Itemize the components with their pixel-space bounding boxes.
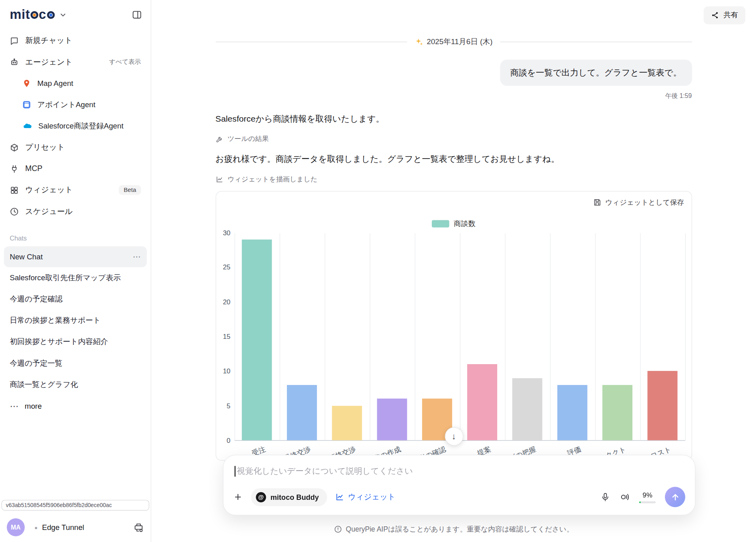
gridline (550, 233, 550, 440)
widget-label: ウィジェット (25, 185, 73, 195)
chat-list-item[interactable]: 初回挨拶とサポート内容紹介 (4, 332, 147, 353)
widget-drawn-toggle[interactable]: ウィジェットを描画しました (215, 175, 317, 184)
composer-toolbar: + @ mitoco Buddy ウィジェット (233, 487, 685, 507)
sidebar-item-new-chat[interactable]: 新規チャット (4, 30, 147, 51)
chart-line-icon (215, 175, 223, 183)
bar-提案書の作成 (377, 399, 407, 440)
mic-button[interactable] (600, 492, 610, 502)
sidebar-item-schedule[interactable]: スケジュール (4, 201, 147, 222)
sidebar-footer: v63ab51508545f5906eb86f5fb2d0ece00ac MA … (0, 500, 151, 542)
beta-badge: Beta (119, 185, 141, 195)
chat-title: 今週の予定一覧 (10, 358, 62, 368)
usage-bar-fill (639, 501, 641, 503)
sidebar-item-salesforce-agent[interactable]: Salesforce商談登録Agent (4, 115, 147, 137)
schedule-label: スケジュール (25, 206, 73, 216)
send-button[interactable] (665, 487, 685, 507)
device-settings-icon[interactable] (133, 522, 144, 533)
chat-list-item[interactable]: 今週の予定一覧 (4, 353, 147, 374)
share-button[interactable]: 共有 (704, 6, 746, 24)
chevron-down-icon[interactable] (59, 11, 67, 18)
chat-title: 日常の挨拶と業務サポート (10, 316, 101, 326)
chat-list: New Chat ⋯ Salesforce取引先住所マップ表示 今週の予定確認 … (0, 246, 151, 417)
chat-options-icon[interactable]: ⋯ (133, 252, 141, 261)
message-input[interactable]: 視覚化したいデータについて説明してください (233, 465, 685, 477)
y-axis-tick: 10 (216, 367, 230, 375)
conversation: 2025年11月6日 (木) 商談を一覧で出力して。グラフと一覧表で。 午後 1… (215, 0, 692, 460)
show-more-chats[interactable]: ⋯ more (0, 395, 151, 417)
main-area: 共有 2025年11月6日 (木) 商談を一覧で出力して。グラフと一覧表で。 午… (151, 0, 756, 542)
bar-受注 (242, 240, 272, 440)
gridline (505, 233, 505, 440)
map-pin-icon (22, 79, 31, 88)
gridline (234, 233, 235, 440)
map-agent-label: Map Agent (37, 79, 73, 88)
y-axis-tick: 30 (216, 229, 230, 236)
assistant-message-intro: Salesforceから商談情報を取得いたします。 (215, 113, 692, 124)
y-axis-tick: 25 (216, 263, 230, 271)
sidebar-item-agents[interactable]: エージェント すべて表示 (4, 51, 147, 73)
session-token: v63ab51508545f5906eb86f5fb2d0ece00ac (2, 500, 149, 511)
user-avatar[interactable]: MA (7, 518, 25, 536)
save-icon (593, 198, 602, 207)
gridline (325, 233, 325, 440)
chats-section-header: Chats (0, 222, 151, 246)
widget-drawn-label: ウィジェットを描画しました (228, 175, 317, 184)
salesforce-agent-label: Salesforce商談登録Agent (38, 121, 123, 131)
bar-最終交渉 (287, 385, 317, 440)
voice-mode-button[interactable] (619, 492, 630, 503)
gridline (460, 233, 460, 440)
chat-list-item[interactable]: Salesforce取引先住所マップ表示 (4, 268, 147, 289)
sidebar-item-widget[interactable]: ウィジェット Beta (4, 179, 147, 201)
sidebar-nav: 新規チャット エージェント すべて表示 Map Agent アポイントAgent… (0, 26, 151, 222)
divider-line (500, 42, 692, 42)
new-chat-label: 新規チャット (25, 36, 73, 46)
scroll-to-bottom-button[interactable]: ↓ (445, 427, 463, 446)
y-axis-tick: 15 (216, 332, 230, 340)
logo-text-mit: mit (10, 8, 30, 22)
down-arrow-icon: ↓ (452, 431, 456, 441)
show-all-link[interactable]: すべて表示 (109, 58, 141, 67)
tunnel-label: Edge Tunnel (42, 523, 84, 532)
legend-label: 商談数 (453, 219, 475, 228)
chat-list-item[interactable]: 商談一覧とグラフ化 (4, 374, 147, 395)
user-message-bubble: 商談を一覧で出力して。グラフと一覧表で。 (500, 60, 692, 86)
send-arrow-icon (671, 492, 680, 501)
sidebar-item-appointment-agent[interactable]: アポイントAgent (4, 94, 147, 115)
bar-chart-plot: 051015202530受注最終交渉価格交渉提案書の作成決裁者の確認提案ニーズの… (234, 233, 685, 441)
bar-評価 (557, 385, 587, 440)
tool-result-toggle[interactable]: ツールの結果 (215, 135, 269, 144)
chart-legend: 商談数 (216, 219, 691, 228)
chat-title: 商談一覧とグラフ化 (10, 380, 78, 390)
appointment-agent-label: アポイントAgent (37, 100, 96, 110)
chat-list-item[interactable]: 今週の予定確認 (4, 289, 147, 310)
sidebar-item-mcp[interactable]: MCP (4, 158, 147, 179)
save-widget-button[interactable]: ウィジェットとして保存 (593, 198, 684, 207)
widget-chart-icon (335, 493, 344, 501)
chat-icon (10, 36, 19, 45)
gridline (595, 233, 595, 440)
buddy-selector[interactable]: @ mitoco Buddy (251, 488, 327, 506)
chat-list-item[interactable]: 日常の挨拶と業務サポート (4, 310, 147, 331)
attach-button[interactable]: + (233, 491, 243, 503)
y-axis-tick: 5 (216, 402, 230, 410)
chat-list-item-selected[interactable]: New Chat ⋯ (4, 247, 147, 267)
ai-disclaimer: QueryPie AIPは誤ることがあります。重要な内容は確認してください。 (151, 525, 756, 534)
widget-grid-icon (10, 185, 19, 195)
y-axis-tick: 20 (216, 298, 230, 306)
bar-ロスト (647, 371, 677, 440)
more-label: more (25, 402, 42, 411)
sidebar-item-map-agent[interactable]: Map Agent (4, 73, 147, 94)
mic-icon (600, 492, 610, 502)
chat-title: New Chat (10, 253, 43, 261)
usage-indicator: 9% (639, 491, 656, 503)
sidebar-toggle-icon[interactable] (132, 10, 142, 20)
divider-line (215, 42, 407, 42)
at-icon: @ (256, 492, 266, 502)
bar-コンタクト (602, 385, 632, 440)
mitoco-logo: mitc (10, 8, 55, 22)
share-label: 共有 (723, 11, 738, 20)
preset-label: プリセット (25, 142, 65, 152)
sidebar-item-preset[interactable]: プリセット (4, 137, 147, 158)
widget-mode-link[interactable]: ウィジェット (335, 492, 396, 502)
tool-result-label: ツールの結果 (228, 135, 269, 144)
